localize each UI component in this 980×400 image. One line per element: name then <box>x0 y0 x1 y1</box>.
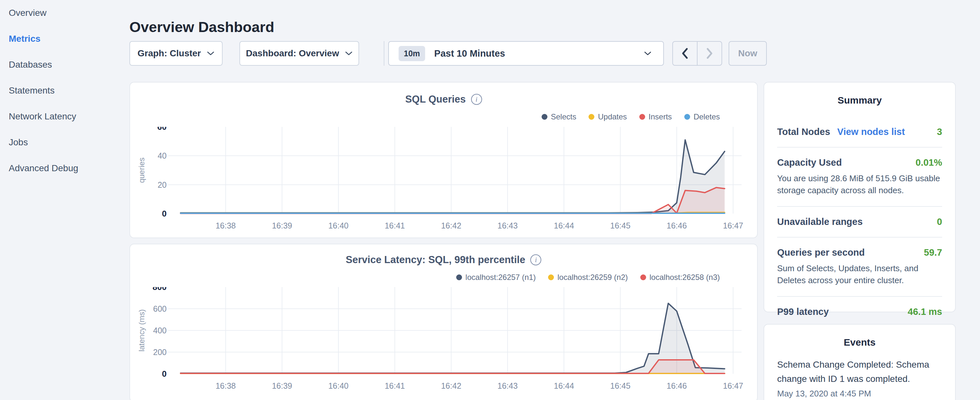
svg-text:20: 20 <box>158 180 167 189</box>
legend-series-label: localhost:26258 (n3) <box>650 273 720 282</box>
legend-dot-icon <box>639 114 645 120</box>
summary-row-p99-latency: P99 latency 46.1 ms <box>777 297 942 327</box>
legend-item[interactable]: Updates <box>589 112 627 121</box>
chevron-left-icon <box>682 48 688 59</box>
summary-row-value: 3 <box>937 126 942 137</box>
svg-text:200: 200 <box>153 347 167 357</box>
svg-text:16:45: 16:45 <box>610 381 631 390</box>
chevron-down-icon <box>207 51 215 56</box>
svg-text:16:44: 16:44 <box>554 381 574 390</box>
summary-row-value: 0 <box>937 217 942 227</box>
svg-text:400: 400 <box>153 326 167 335</box>
svg-text:16:41: 16:41 <box>385 221 405 230</box>
legend-dot-icon <box>589 114 594 120</box>
info-icon[interactable]: i <box>530 254 541 265</box>
svg-text:60: 60 <box>157 127 167 132</box>
svg-text:16:44: 16:44 <box>554 221 574 230</box>
sql-queries-chart-card: SQL Queries i SelectsUpdatesInsertsDelet… <box>129 82 758 238</box>
legend-dot-icon <box>640 274 646 280</box>
svg-text:16:43: 16:43 <box>497 381 518 390</box>
event-timestamp: May 13, 2020 at 4:45 PM <box>777 389 942 399</box>
summary-panel: Summary Total Nodes View nodes list 3 Ca… <box>764 82 956 312</box>
svg-text:16:41: 16:41 <box>385 381 405 390</box>
svg-text:16:42: 16:42 <box>441 221 461 230</box>
svg-text:0: 0 <box>162 369 167 379</box>
sidebar-item-overview[interactable]: Overview <box>0 0 129 26</box>
sql-queries-chart[interactable]: 020406016:3816:3916:4016:4116:4216:4316:… <box>130 127 758 234</box>
chart-title: Service Latency: SQL, 99th percentile <box>346 254 525 266</box>
svg-text:600: 600 <box>153 304 167 313</box>
legend-series-label: localhost:26259 (n2) <box>557 273 628 282</box>
svg-text:16:47: 16:47 <box>723 381 743 390</box>
legend-item[interactable]: localhost:26259 (n2) <box>548 273 628 282</box>
svg-text:16:39: 16:39 <box>272 381 292 390</box>
svg-text:queries: queries <box>137 158 146 183</box>
events-panel: Events Schema Change Completed: Schema c… <box>764 324 956 400</box>
svg-text:40: 40 <box>158 151 167 160</box>
sidebar-item-network-latency[interactable]: Network Latency <box>0 104 129 129</box>
time-range-selector[interactable]: 10m Past 10 Minutes <box>388 41 664 66</box>
dashboard-dropdown[interactable]: Dashboard: Overview <box>239 41 359 66</box>
chart-title: SQL Queries <box>405 94 466 105</box>
svg-text:16:47: 16:47 <box>723 221 743 230</box>
sidebar-item-statements[interactable]: Statements <box>0 78 129 104</box>
summary-row-value: 46.1 ms <box>908 306 942 317</box>
svg-text:16:40: 16:40 <box>328 221 349 230</box>
svg-text:16:46: 16:46 <box>667 381 687 390</box>
svg-text:16:46: 16:46 <box>667 221 687 230</box>
info-icon[interactable]: i <box>471 94 482 105</box>
summary-row-label: Unavailable ranges <box>777 217 862 227</box>
svg-text:16:43: 16:43 <box>497 221 518 230</box>
summary-row-label: Queries per second <box>777 247 865 258</box>
sidebar-item-jobs[interactable]: Jobs <box>0 129 129 155</box>
svg-text:16:38: 16:38 <box>215 381 236 390</box>
chart-header: Service Latency: SQL, 99th percentile i <box>130 254 757 266</box>
chevron-right-icon <box>706 48 713 59</box>
graph-scope-dropdown[interactable]: Graph: Cluster <box>129 41 223 66</box>
summary-row-queries-per-second: Queries per second 59.7 Sum of Selects, … <box>777 237 942 297</box>
chevron-down-icon <box>644 51 652 56</box>
time-range-label: Past 10 Minutes <box>434 48 505 59</box>
summary-row-total-nodes: Total Nodes View nodes list 3 <box>777 117 942 148</box>
chart-legend: SelectsUpdatesInsertsDeletes <box>542 112 720 121</box>
summary-row-value: 59.7 <box>924 247 942 258</box>
sidebar-item-advanced-debug[interactable]: Advanced Debug <box>0 155 129 181</box>
chart-legend: localhost:26257 (n1)localhost:26259 (n2)… <box>456 273 720 282</box>
legend-item[interactable]: Inserts <box>639 112 672 121</box>
summary-rows: Total Nodes View nodes list 3 Capacity U… <box>764 117 955 327</box>
legend-item[interactable]: localhost:26257 (n1) <box>456 273 536 282</box>
service-latency-chart[interactable]: 020040060080016:3816:3916:4016:4116:4216… <box>130 287 758 394</box>
now-button[interactable]: Now <box>729 41 767 66</box>
service-latency-chart-card: Service Latency: SQL, 99th percentile i … <box>129 244 758 400</box>
view-nodes-list-link[interactable]: View nodes list <box>837 126 905 137</box>
svg-text:16:45: 16:45 <box>610 221 631 230</box>
controls-bar: Graph: Cluster Dashboard: Overview 10m P… <box>0 41 980 66</box>
time-range-badge: 10m <box>399 46 425 61</box>
summary-row-value: 0.01% <box>916 157 942 168</box>
legend-item[interactable]: Selects <box>542 112 576 121</box>
summary-row-label: Total Nodes <box>777 126 830 137</box>
legend-item[interactable]: Deletes <box>684 112 720 121</box>
legend-series-label: localhost:26257 (n1) <box>466 273 536 282</box>
chart-header: SQL Queries i <box>130 94 757 105</box>
event-message: Schema Change Completed: Schema change w… <box>777 358 942 386</box>
svg-text:16:38: 16:38 <box>215 221 236 230</box>
summary-row-label: Capacity Used <box>777 157 842 168</box>
summary-row-capacity-used: Capacity Used 0.01% You are using 28.6 M… <box>777 148 942 207</box>
summary-row-unavailable-ranges: Unavailable ranges 0 <box>777 207 942 237</box>
summary-row-description: Sum of Selects, Updates, Inserts, and De… <box>777 263 942 287</box>
event-list-item[interactable]: Schema Change Completed: Schema change w… <box>764 358 955 399</box>
db-console-metrics-page: Overview Metrics Databases Statements Ne… <box>0 0 980 400</box>
next-time-button[interactable] <box>698 42 721 65</box>
svg-text:0: 0 <box>162 209 167 218</box>
previous-time-button[interactable] <box>673 42 698 65</box>
time-step-buttons <box>672 41 722 66</box>
legend-series-label: Inserts <box>649 112 672 121</box>
chevron-down-icon <box>345 51 353 56</box>
legend-dot-icon <box>684 114 690 120</box>
dashboard-dropdown-label: Dashboard: Overview <box>246 48 339 59</box>
legend-item[interactable]: localhost:26258 (n3) <box>640 273 720 282</box>
controls-divider <box>384 41 384 66</box>
summary-row-description: You are using 28.6 MiB of 515.9 GiB usab… <box>777 172 942 196</box>
legend-series-label: Updates <box>598 112 627 121</box>
